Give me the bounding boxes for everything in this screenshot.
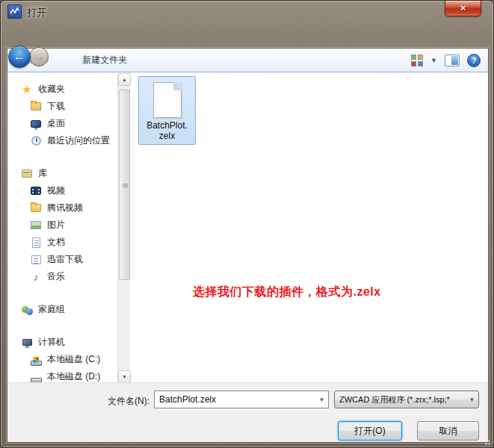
sidebar-item-videos[interactable]: 视频 — [7, 182, 117, 199]
dialog-footer: 文件名(N): ▼ ZWCAD 应用程序 (*.zrx;*.lsp;* ▼ 打开… — [7, 382, 488, 442]
music-note-icon: ♪ — [30, 271, 42, 283]
title-bar[interactable]: 打开 × — [1, 1, 493, 23]
desktop-icon — [30, 118, 42, 130]
main-area: ★ 收藏夹 下载 桌面 最近访问的位置 库 — [7, 73, 488, 383]
close-button[interactable]: × — [445, 1, 481, 16]
filter-dropdown-icon: ▼ — [466, 391, 478, 408]
forward-arrow-icon: → — [34, 52, 44, 62]
annotation-text: 选择我们下载的插件，格式为.zelx — [193, 284, 381, 300]
file-list-area[interactable]: BatchPlot. zelx 选择我们下载的插件，格式为.zelx — [130, 73, 488, 383]
preview-pane-icon[interactable] — [445, 55, 460, 66]
sidebar-item-pictures[interactable]: 图片 — [7, 217, 117, 234]
filename-label: 文件名(N): — [7, 395, 149, 408]
sidebar-item-recent-places[interactable]: 最近访问的位置 — [7, 132, 117, 149]
file-name: BatchPlot. zelx — [146, 120, 188, 141]
sidebar-item-favorites[interactable]: ★ 收藏夹 — [7, 81, 117, 98]
sidebar-item-local-disk-c[interactable]: 本地磁盘 (C:) — [7, 351, 117, 368]
folder-icon — [30, 202, 42, 214]
document-icon — [30, 237, 42, 249]
sidebar-item-music[interactable]: ♪ 音乐 — [7, 268, 117, 285]
change-view-icon[interactable] — [411, 55, 423, 66]
star-icon: ★ — [21, 84, 33, 96]
sidebar-item-documents[interactable]: 文档 — [7, 234, 117, 251]
sidebar-item-libraries[interactable]: 库 — [7, 165, 117, 182]
disk-drive-icon — [30, 371, 42, 383]
cancel-button[interactable]: 取消 — [417, 421, 479, 441]
computer-icon — [21, 337, 33, 349]
sidebar-item-computer[interactable]: 计算机 — [7, 334, 117, 351]
sidebar-item-tencent-video[interactable]: 腾讯视频 — [7, 199, 117, 217]
new-folder-button[interactable]: 新建文件夹 — [76, 51, 133, 69]
resize-grip[interactable] — [483, 438, 490, 445]
help-icon[interactable]: ? — [467, 54, 481, 67]
back-button[interactable]: ← — [8, 46, 31, 68]
sidebar-item-local-disk-d[interactable]: 本地磁盘 (D:) — [7, 368, 117, 383]
forward-button[interactable]: → — [29, 47, 49, 66]
folder-icon — [30, 254, 42, 266]
recent-places-icon — [30, 135, 42, 147]
disk-drive-icon — [30, 354, 42, 366]
filename-input[interactable] — [155, 394, 315, 405]
scroll-down-icon[interactable]: ▼ — [118, 370, 131, 383]
filename-dropdown-icon[interactable]: ▼ — [315, 391, 328, 408]
navigation-bar: ← → ▾ ▸ 插件 ▾ ↻ — [1, 23, 493, 48]
filename-combo[interactable]: ▼ — [154, 391, 329, 408]
toolbar-right-group: ▼ ? — [411, 49, 481, 72]
scrollbar-thumb[interactable] — [119, 90, 130, 280]
back-arrow-icon: ← — [13, 51, 25, 63]
sidebar-item-desktop[interactable]: 桌面 — [7, 115, 117, 132]
navigation-pane: ★ 收藏夹 下载 桌面 最近访问的位置 库 — [7, 73, 117, 383]
views-caret-icon[interactable]: ▼ — [430, 57, 437, 64]
picture-icon — [30, 220, 42, 231]
scroll-up-icon[interactable]: ▲ — [118, 73, 131, 86]
video-icon — [30, 185, 42, 197]
app-icon — [7, 4, 22, 19]
sidebar-item-thunder-downloads[interactable]: 迅雷下载 — [7, 251, 117, 268]
file-item-batchplot[interactable]: BatchPlot. zelx — [138, 76, 196, 145]
library-icon — [21, 168, 33, 180]
command-toolbar: 组织 ▼ 新建文件夹 ▼ ? — [7, 49, 488, 72]
zwcad-logo-icon — [10, 7, 19, 16]
dialog-client-area: 组织 ▼ 新建文件夹 ▼ ? ★ 收藏夹 — [7, 48, 489, 443]
sidebar-item-downloads[interactable]: 下载 — [7, 98, 117, 115]
open-button[interactable]: 打开(O) — [338, 421, 402, 441]
open-file-dialog: 打开 × ← → ▾ ▸ 插件 ▾ ↻ — [0, 0, 494, 448]
file-type-filter[interactable]: ZWCAD 应用程序 (*.zrx;*.lsp;* ▼ — [334, 391, 479, 408]
homegroup-icon — [21, 304, 33, 316]
window-title: 打开 — [27, 6, 46, 19]
sidebar-scrollbar[interactable]: ▲ ▼ — [117, 73, 130, 383]
filter-value: ZWCAD 应用程序 (*.zrx;*.lsp;* — [335, 394, 466, 405]
download-folder-icon — [30, 101, 42, 113]
file-icon — [153, 82, 182, 118]
sidebar-item-homegroup[interactable]: 家庭组 — [7, 301, 117, 318]
